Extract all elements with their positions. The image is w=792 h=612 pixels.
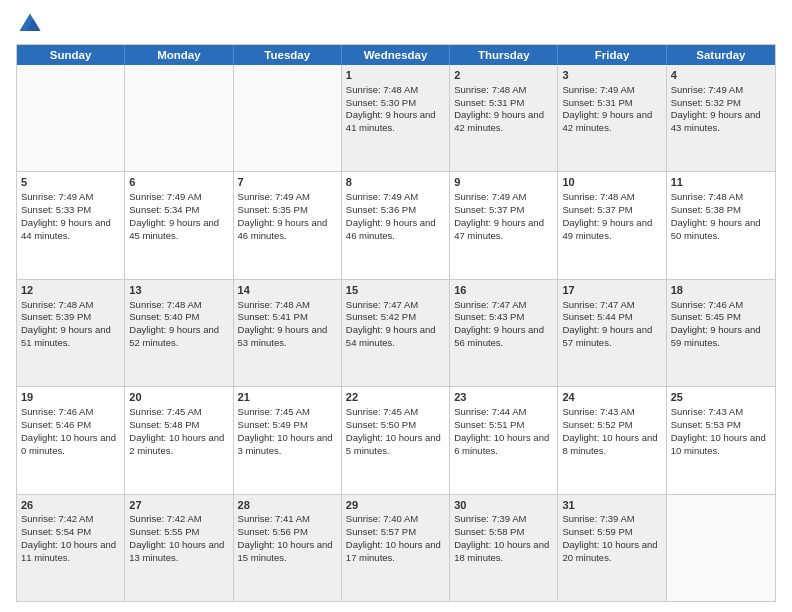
day-content: Sunrise: 7:49 AM Sunset: 5:32 PM Dayligh… <box>671 84 761 133</box>
calendar-header: SundayMondayTuesdayWednesdayThursdayFrid… <box>17 45 775 65</box>
calendar-cell: 17Sunrise: 7:47 AM Sunset: 5:44 PM Dayli… <box>558 280 666 386</box>
day-content: Sunrise: 7:49 AM Sunset: 5:34 PM Dayligh… <box>129 191 219 240</box>
day-content: Sunrise: 7:49 AM Sunset: 5:36 PM Dayligh… <box>346 191 436 240</box>
day-number: 31 <box>562 498 661 513</box>
day-content: Sunrise: 7:45 AM Sunset: 5:50 PM Dayligh… <box>346 406 441 455</box>
day-content: Sunrise: 7:47 AM Sunset: 5:44 PM Dayligh… <box>562 299 652 348</box>
day-content: Sunrise: 7:44 AM Sunset: 5:51 PM Dayligh… <box>454 406 549 455</box>
day-number: 4 <box>671 68 771 83</box>
day-content: Sunrise: 7:42 AM Sunset: 5:54 PM Dayligh… <box>21 513 116 562</box>
calendar-cell: 15Sunrise: 7:47 AM Sunset: 5:42 PM Dayli… <box>342 280 450 386</box>
day-number: 6 <box>129 175 228 190</box>
calendar-cell: 2Sunrise: 7:48 AM Sunset: 5:31 PM Daylig… <box>450 65 558 171</box>
day-content: Sunrise: 7:48 AM Sunset: 5:38 PM Dayligh… <box>671 191 761 240</box>
calendar-cell: 13Sunrise: 7:48 AM Sunset: 5:40 PM Dayli… <box>125 280 233 386</box>
calendar-row: 1Sunrise: 7:48 AM Sunset: 5:30 PM Daylig… <box>17 65 775 171</box>
day-number: 23 <box>454 390 553 405</box>
calendar: SundayMondayTuesdayWednesdayThursdayFrid… <box>16 44 776 602</box>
day-number: 18 <box>671 283 771 298</box>
weekday-header: Tuesday <box>234 45 342 65</box>
weekday-header: Thursday <box>450 45 558 65</box>
calendar-cell: 16Sunrise: 7:47 AM Sunset: 5:43 PM Dayli… <box>450 280 558 386</box>
day-number: 26 <box>21 498 120 513</box>
calendar-cell: 7Sunrise: 7:49 AM Sunset: 5:35 PM Daylig… <box>234 172 342 278</box>
day-content: Sunrise: 7:39 AM Sunset: 5:59 PM Dayligh… <box>562 513 657 562</box>
day-number: 2 <box>454 68 553 83</box>
day-number: 29 <box>346 498 445 513</box>
day-content: Sunrise: 7:49 AM Sunset: 5:35 PM Dayligh… <box>238 191 328 240</box>
calendar-cell: 28Sunrise: 7:41 AM Sunset: 5:56 PM Dayli… <box>234 495 342 601</box>
calendar-cell: 23Sunrise: 7:44 AM Sunset: 5:51 PM Dayli… <box>450 387 558 493</box>
calendar-cell: 22Sunrise: 7:45 AM Sunset: 5:50 PM Dayli… <box>342 387 450 493</box>
day-content: Sunrise: 7:45 AM Sunset: 5:48 PM Dayligh… <box>129 406 224 455</box>
day-number: 16 <box>454 283 553 298</box>
day-content: Sunrise: 7:49 AM Sunset: 5:31 PM Dayligh… <box>562 84 652 133</box>
calendar-cell: 10Sunrise: 7:48 AM Sunset: 5:37 PM Dayli… <box>558 172 666 278</box>
calendar-cell: 12Sunrise: 7:48 AM Sunset: 5:39 PM Dayli… <box>17 280 125 386</box>
day-content: Sunrise: 7:48 AM Sunset: 5:39 PM Dayligh… <box>21 299 111 348</box>
calendar-cell: 14Sunrise: 7:48 AM Sunset: 5:41 PM Dayli… <box>234 280 342 386</box>
day-number: 8 <box>346 175 445 190</box>
day-number: 3 <box>562 68 661 83</box>
day-number: 22 <box>346 390 445 405</box>
weekday-header: Saturday <box>667 45 775 65</box>
calendar-cell <box>667 495 775 601</box>
day-number: 13 <box>129 283 228 298</box>
calendar-row: 12Sunrise: 7:48 AM Sunset: 5:39 PM Dayli… <box>17 279 775 386</box>
weekday-header: Wednesday <box>342 45 450 65</box>
day-number: 14 <box>238 283 337 298</box>
day-content: Sunrise: 7:45 AM Sunset: 5:49 PM Dayligh… <box>238 406 333 455</box>
calendar-cell: 29Sunrise: 7:40 AM Sunset: 5:57 PM Dayli… <box>342 495 450 601</box>
calendar-cell: 6Sunrise: 7:49 AM Sunset: 5:34 PM Daylig… <box>125 172 233 278</box>
day-number: 20 <box>129 390 228 405</box>
day-number: 12 <box>21 283 120 298</box>
logo-icon <box>16 10 44 38</box>
calendar-cell: 1Sunrise: 7:48 AM Sunset: 5:30 PM Daylig… <box>342 65 450 171</box>
calendar-cell: 11Sunrise: 7:48 AM Sunset: 5:38 PM Dayli… <box>667 172 775 278</box>
day-content: Sunrise: 7:49 AM Sunset: 5:37 PM Dayligh… <box>454 191 544 240</box>
day-number: 15 <box>346 283 445 298</box>
day-content: Sunrise: 7:41 AM Sunset: 5:56 PM Dayligh… <box>238 513 333 562</box>
logo <box>16 10 48 38</box>
day-content: Sunrise: 7:39 AM Sunset: 5:58 PM Dayligh… <box>454 513 549 562</box>
day-number: 17 <box>562 283 661 298</box>
calendar-cell: 21Sunrise: 7:45 AM Sunset: 5:49 PM Dayli… <box>234 387 342 493</box>
day-content: Sunrise: 7:48 AM Sunset: 5:40 PM Dayligh… <box>129 299 219 348</box>
header <box>16 10 776 38</box>
calendar-cell <box>125 65 233 171</box>
calendar-cell: 20Sunrise: 7:45 AM Sunset: 5:48 PM Dayli… <box>125 387 233 493</box>
day-content: Sunrise: 7:47 AM Sunset: 5:43 PM Dayligh… <box>454 299 544 348</box>
calendar-cell: 19Sunrise: 7:46 AM Sunset: 5:46 PM Dayli… <box>17 387 125 493</box>
calendar-cell: 30Sunrise: 7:39 AM Sunset: 5:58 PM Dayli… <box>450 495 558 601</box>
calendar-cell: 3Sunrise: 7:49 AM Sunset: 5:31 PM Daylig… <box>558 65 666 171</box>
weekday-header: Friday <box>558 45 666 65</box>
calendar-cell: 25Sunrise: 7:43 AM Sunset: 5:53 PM Dayli… <box>667 387 775 493</box>
day-number: 19 <box>21 390 120 405</box>
calendar-cell: 24Sunrise: 7:43 AM Sunset: 5:52 PM Dayli… <box>558 387 666 493</box>
day-number: 9 <box>454 175 553 190</box>
day-content: Sunrise: 7:48 AM Sunset: 5:31 PM Dayligh… <box>454 84 544 133</box>
calendar-body: 1Sunrise: 7:48 AM Sunset: 5:30 PM Daylig… <box>17 65 775 601</box>
calendar-cell: 31Sunrise: 7:39 AM Sunset: 5:59 PM Dayli… <box>558 495 666 601</box>
day-content: Sunrise: 7:43 AM Sunset: 5:53 PM Dayligh… <box>671 406 766 455</box>
day-number: 11 <box>671 175 771 190</box>
day-number: 21 <box>238 390 337 405</box>
weekday-header: Monday <box>125 45 233 65</box>
day-content: Sunrise: 7:40 AM Sunset: 5:57 PM Dayligh… <box>346 513 441 562</box>
day-content: Sunrise: 7:47 AM Sunset: 5:42 PM Dayligh… <box>346 299 436 348</box>
day-content: Sunrise: 7:46 AM Sunset: 5:46 PM Dayligh… <box>21 406 116 455</box>
calendar-cell <box>17 65 125 171</box>
day-number: 1 <box>346 68 445 83</box>
day-content: Sunrise: 7:42 AM Sunset: 5:55 PM Dayligh… <box>129 513 224 562</box>
calendar-row: 5Sunrise: 7:49 AM Sunset: 5:33 PM Daylig… <box>17 171 775 278</box>
calendar-cell: 8Sunrise: 7:49 AM Sunset: 5:36 PM Daylig… <box>342 172 450 278</box>
calendar-cell <box>234 65 342 171</box>
weekday-header: Sunday <box>17 45 125 65</box>
day-number: 28 <box>238 498 337 513</box>
day-content: Sunrise: 7:49 AM Sunset: 5:33 PM Dayligh… <box>21 191 111 240</box>
calendar-row: 19Sunrise: 7:46 AM Sunset: 5:46 PM Dayli… <box>17 386 775 493</box>
day-number: 10 <box>562 175 661 190</box>
calendar-cell: 5Sunrise: 7:49 AM Sunset: 5:33 PM Daylig… <box>17 172 125 278</box>
calendar-cell: 26Sunrise: 7:42 AM Sunset: 5:54 PM Dayli… <box>17 495 125 601</box>
day-number: 5 <box>21 175 120 190</box>
